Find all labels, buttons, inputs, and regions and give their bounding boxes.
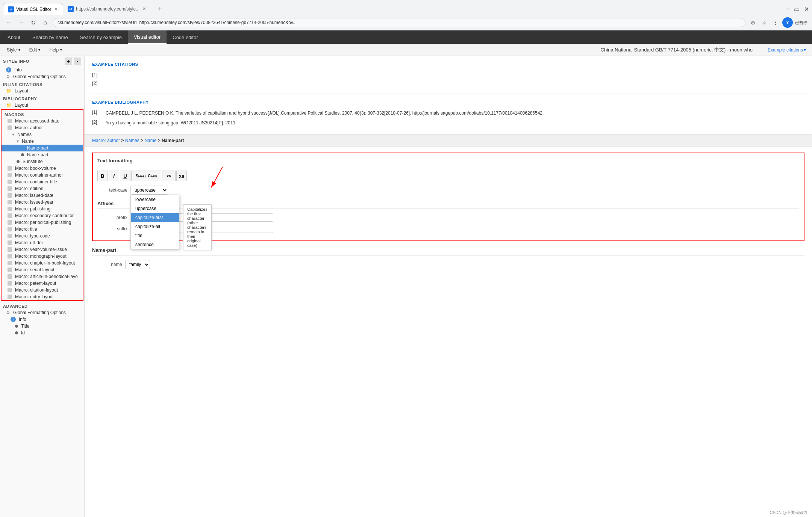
sidebar-item-name[interactable]: ▾ Name xyxy=(2,138,83,145)
sidebar-item-accessed-date[interactable]: Macro: accessed-date xyxy=(2,118,83,124)
tab-visual-csl[interactable]: V Visual CSL Editor ✕ xyxy=(3,3,63,15)
sidebar-item-issued-date[interactable]: Macro: issued-date xyxy=(2,192,83,199)
remove-btn[interactable]: - xyxy=(74,57,81,65)
breadcrumb-names[interactable]: Names xyxy=(125,138,139,143)
window-controls: − ▭ ✕ xyxy=(786,6,809,13)
capitalize-first-tooltip: Capitalizes the first character (other c… xyxy=(183,204,212,250)
breadcrumb-name[interactable]: Name xyxy=(144,138,156,143)
sidebar-item-container-author[interactable]: Macro: container-author xyxy=(2,172,83,178)
sidebar-item-advanced-global[interactable]: ⚙ Global Formatting Options xyxy=(0,309,84,316)
sidebar-item-advanced-title[interactable]: Title xyxy=(0,323,84,330)
tab-search-example[interactable]: Search by example xyxy=(74,30,128,44)
macro-icon-id xyxy=(8,193,12,198)
menu-btn[interactable]: ⋮ xyxy=(771,18,780,27)
sidebar-item-type-code[interactable]: Macro: type-code xyxy=(2,233,83,239)
tab-code-editor[interactable]: Code editor xyxy=(167,30,204,44)
prefix-label: prefix xyxy=(97,215,127,220)
sidebar-item-secondary-contributor[interactable]: Macro: secondary-contributor xyxy=(2,212,83,219)
sidebar-item-substitute[interactable]: Substitute xyxy=(2,158,83,165)
tab-mendeley[interactable]: M https://csl.mendeley.com/style... ✕ xyxy=(63,3,153,15)
sidebar-item-author[interactable]: Macro: author xyxy=(2,124,83,131)
option-title[interactable]: title xyxy=(131,231,179,240)
tab-bar: V Visual CSL Editor ✕ M https://csl.mend… xyxy=(0,0,812,15)
sidebar-item-name-part-selected[interactable]: Name-part xyxy=(2,145,83,151)
sidebar-item-monograph-layout[interactable]: Macro: monograph-layout xyxy=(2,253,83,260)
bookmark-btn[interactable]: ☆ xyxy=(760,18,769,27)
help-menu-btn[interactable]: Help ▾ xyxy=(45,47,66,53)
extensions-btn[interactable]: ⊕ xyxy=(748,18,757,27)
tab-visual-editor[interactable]: Visual editor xyxy=(128,30,167,44)
edit-menu-btn[interactable]: Edit ▾ xyxy=(26,47,44,53)
tab-search-name[interactable]: Search by name xyxy=(26,30,74,44)
sidebar-item-edition[interactable]: Macro: edition xyxy=(2,185,83,192)
sidebar-item-advanced-info[interactable]: i Info xyxy=(0,316,84,323)
sidebar-item-info[interactable]: i Info xyxy=(0,67,84,73)
breadcrumb-macro[interactable]: Macro: author xyxy=(92,138,120,143)
sidebar-item-inline-layout[interactable]: 📁 Layout xyxy=(0,88,84,94)
sidebar-item-issued-year[interactable]: Macro: issued-year xyxy=(2,199,83,206)
sidebar-item-name-part-2[interactable]: Name-part xyxy=(2,151,83,158)
home-btn[interactable]: ⌂ xyxy=(41,19,50,26)
tab-close-2[interactable]: ✕ xyxy=(142,6,146,12)
sidebar-item-book-volume[interactable]: Macro: book-volume xyxy=(2,165,83,172)
refresh-btn[interactable]: ↻ xyxy=(29,19,38,26)
sidebar-item-citation-layout[interactable]: Macro: citation-layout xyxy=(2,287,83,293)
sidebar-item-article-periodical[interactable]: Macro: article-in-periodical-layo xyxy=(2,273,83,280)
sidebar-item-advanced-id[interactable]: Id xyxy=(0,330,84,336)
tab-about[interactable]: About xyxy=(2,30,26,44)
minimize-btn[interactable]: − xyxy=(786,6,789,13)
browser-actions: ⊕ ☆ ⋮ Y 已暂停 xyxy=(748,17,807,28)
superscript-btn[interactable]: xS xyxy=(162,171,176,181)
sidebar-item-global-formatting[interactable]: ⚙ Global Formatting Options xyxy=(0,73,84,80)
style-info-title: STYLE INFO xyxy=(3,59,29,63)
italic-btn[interactable]: I xyxy=(109,171,119,181)
bold-btn[interactable]: B xyxy=(97,171,108,181)
text-case-select[interactable]: uppercase xyxy=(130,186,168,195)
close-btn[interactable]: ✕ xyxy=(804,6,809,13)
sidebar-item-bib-layout[interactable]: 📁 Layout xyxy=(0,102,84,109)
sidebar-item-periodical-publishing[interactable]: Macro: periodical-publishing xyxy=(2,219,83,226)
back-btn[interactable]: ← xyxy=(5,19,14,26)
tab-close[interactable]: ✕ xyxy=(54,7,58,12)
advanced-title: ADVANCED xyxy=(0,302,84,309)
sidebar-item-names[interactable]: ▾ Names xyxy=(2,131,83,138)
sidebar-item-title[interactable]: Macro: title xyxy=(2,226,83,233)
profile-btn[interactable]: Y xyxy=(782,17,793,28)
sidebar-item-url-doi[interactable]: Macro: url-doi xyxy=(2,239,83,246)
subscript-btn[interactable]: xs xyxy=(176,171,187,181)
sidebar-item-publishing[interactable]: Macro: publishing xyxy=(2,206,83,212)
sidebar-year-volume-issue-label: Macro: year-volume-issue xyxy=(15,247,67,252)
macro-icon-bv xyxy=(8,166,12,171)
sidebar-item-chapter-in-book-layout[interactable]: Macro: chapter-in-book-layout xyxy=(2,260,83,266)
option-capitalize-first[interactable]: capitalize-first xyxy=(131,213,179,222)
sidebar-item-patent-layout[interactable]: Macro: patent-layout xyxy=(2,280,83,287)
small-caps-btn[interactable]: Small Caps xyxy=(131,171,161,181)
underline-btn[interactable]: U xyxy=(120,171,130,181)
bib-text-1: CAMPBELL J L, PEDERSEN O K. The varietie… xyxy=(106,110,804,116)
option-lowercase[interactable]: lowercase xyxy=(131,195,179,204)
add-btn[interactable]: + xyxy=(65,57,72,65)
sidebar-container-author-label: Macro: container-author xyxy=(15,172,63,178)
sidebar-advanced-global-label: Global Formatting Options xyxy=(13,310,66,315)
address-input[interactable] xyxy=(53,18,745,27)
option-capitalize-all[interactable]: capitalize-all xyxy=(131,222,179,231)
sidebar-item-container-title[interactable]: Macro: container-title xyxy=(2,178,83,185)
name-select[interactable]: family given xyxy=(125,260,150,269)
sidebar-item-entry-layout[interactable]: Macro: entry-layout xyxy=(2,293,83,300)
forward-btn[interactable]: → xyxy=(17,19,26,26)
bib-text-2: Yo-yo having a modifiable string gap: WO… xyxy=(106,119,804,126)
style-menu-btn[interactable]: Style ▾ xyxy=(3,47,24,53)
new-tab-btn[interactable]: + xyxy=(153,5,167,13)
macro-icon-title xyxy=(8,227,12,231)
dot-substitute-icon xyxy=(17,160,20,163)
macro-icon xyxy=(8,119,12,123)
option-uppercase-item[interactable]: uppercase xyxy=(131,204,179,213)
example-citations-btn[interactable]: Example citations ▾ xyxy=(768,47,806,53)
content-area: EXAMPLE CITATIONS [1] [2] EXAMPLE BIBLIO… xyxy=(85,56,812,517)
address-bar: ← → ↻ ⌂ ⊕ ☆ ⋮ Y 已暂停 xyxy=(0,15,812,30)
sidebar-item-year-volume-issue[interactable]: Macro: year-volume-issue xyxy=(2,246,83,253)
maximize-btn[interactable]: ▭ xyxy=(794,6,800,13)
info-icon: i xyxy=(6,67,11,73)
option-sentence[interactable]: sentence xyxy=(131,240,179,249)
sidebar-item-serial-layout[interactable]: Macro: serial-layout xyxy=(2,266,83,273)
